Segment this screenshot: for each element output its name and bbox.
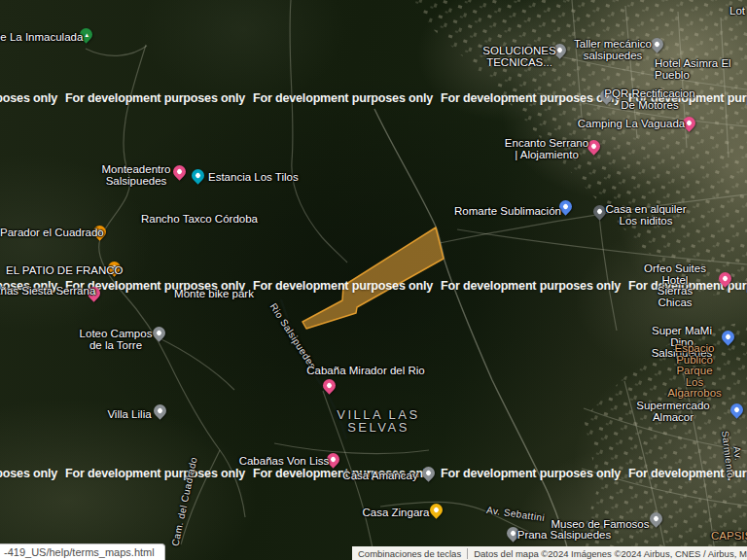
lodging-pin-monteadentro-icon bbox=[175, 168, 182, 175]
label-estancia-los-tilos[interactable]: Estancia Los Tilos bbox=[208, 172, 299, 184]
label-casa-en-alquiler[interactable]: Casa en alquiler Los niditos bbox=[605, 204, 686, 227]
label-loteo-campos[interactable]: Loteo Campos de la Torre bbox=[80, 329, 153, 351]
label-monteadentro[interactable]: Monteadentro Salsipuedes bbox=[102, 164, 171, 187]
label-taller-mecanico[interactable]: Taller mecánico salsipuedes bbox=[574, 39, 652, 61]
lodging-pin-orfeo-icon bbox=[721, 275, 728, 282]
label-espacio-publico[interactable]: Espacio Publico Parque Los Algarrobos bbox=[667, 343, 722, 400]
label-supermercado-almacor[interactable]: Supermercado Almacor bbox=[636, 401, 710, 423]
generic-pin-soluciones-icon bbox=[555, 47, 562, 53]
status-bar: -419_US/help/terms_maps.html bbox=[0, 543, 165, 560]
label-casa-amancay[interactable]: Casa Amancay bbox=[342, 471, 417, 482]
lodging-pin-von-liss-icon bbox=[329, 456, 336, 463]
generic-pin-villa-lilia-icon bbox=[156, 407, 162, 414]
label-villa-lilia[interactable]: Villa Lilia bbox=[107, 409, 151, 421]
label-lot-cut[interactable]: Lot bbox=[729, 6, 745, 18]
status-url: -419_US/help/terms_maps.html bbox=[4, 546, 155, 558]
label-de-la-inmaculada[interactable]: De La Inmaculada bbox=[0, 32, 83, 44]
generic-pin-taller-icon bbox=[653, 41, 659, 48]
map-data-credit: Datos del mapa ©2024 Imágenes ©2024 Airb… bbox=[467, 548, 747, 559]
label-rancho-taxco[interactable]: Rancho Taxco Córdoba bbox=[141, 214, 258, 226]
lodging-pin-encanto-icon bbox=[589, 143, 596, 150]
label-camping-la-vaguada[interactable]: Camping La Vaguada bbox=[578, 119, 685, 130]
label-hotel-asimra[interactable]: Hotel Asimra El Pueblo bbox=[655, 58, 747, 81]
keyboard-shortcuts-link[interactable]: Combinaciones de teclas bbox=[352, 548, 467, 559]
generic-pin-prana-icon bbox=[509, 530, 516, 537]
store-pin-romarte-icon bbox=[561, 203, 568, 210]
map-canvas[interactable]: For development purposes onlyFor develop… bbox=[0, 0, 747, 560]
lodging-pin-vaguada-icon bbox=[685, 120, 692, 126]
generic-pin-museo-icon bbox=[652, 515, 658, 522]
building-pin-estancia-icon bbox=[194, 172, 200, 179]
label-cabana-mirador[interactable]: Cabaña Mirador del Rio bbox=[306, 366, 424, 377]
label-el-patio-de-franco[interactable]: EL PATIO DE FRANCO bbox=[6, 265, 124, 277]
store-pin-super-mami-icon bbox=[724, 333, 730, 340]
generic-pin-casa-alquiler-icon bbox=[595, 208, 602, 215]
park-pin-inmaculada-icon: ▲ bbox=[83, 32, 89, 38]
label-pqr-rectificacion[interactable]: PQR Rectificacion De Motores bbox=[604, 88, 694, 111]
attribution-bar: Combinaciones de teclas Datos del mapa ©… bbox=[352, 546, 747, 560]
label-orfeo-suites[interactable]: Orfeo Suites Hotel Sierras Chicas bbox=[639, 263, 711, 308]
label-soluciones-tecnicas[interactable]: SOLUCIONES TECNICAS... bbox=[482, 46, 555, 68]
label-siesta-serrana[interactable]: Cabañas Siesta Serrana bbox=[0, 286, 95, 298]
label-prana-salsipuedes[interactable]: Prana Salsipuedes bbox=[517, 530, 612, 542]
label-romarte-sublimacion[interactable]: Romarte Sublimación bbox=[454, 206, 561, 218]
generic-pin-loteo-icon bbox=[155, 330, 161, 336]
label-monte-bike-park[interactable]: Monte bike park bbox=[174, 289, 254, 300]
label-parador-el-cuadrado[interactable]: Parador el Cuadrado bbox=[0, 228, 104, 239]
highlighted-parcel[interactable] bbox=[302, 228, 444, 329]
label-casa-zingara[interactable]: Casa Zingara bbox=[362, 508, 429, 519]
generic-pin-amancay-icon bbox=[424, 470, 431, 476]
attraction-pin-zingara-icon bbox=[432, 507, 439, 513]
label-capsis: CAPSIS bbox=[711, 531, 747, 542]
label-cabanas-von-liss[interactable]: Cabañas Von Liss bbox=[239, 456, 330, 468]
store-pin-almacor-icon bbox=[732, 406, 739, 413]
label-encanto-serrano[interactable]: Encanto Serrano | Alojamiento bbox=[505, 138, 588, 160]
label-villa-las-selvas: VILLA LAS SELVAS bbox=[337, 408, 419, 434]
lodging-pin-mirador-icon bbox=[325, 382, 332, 389]
